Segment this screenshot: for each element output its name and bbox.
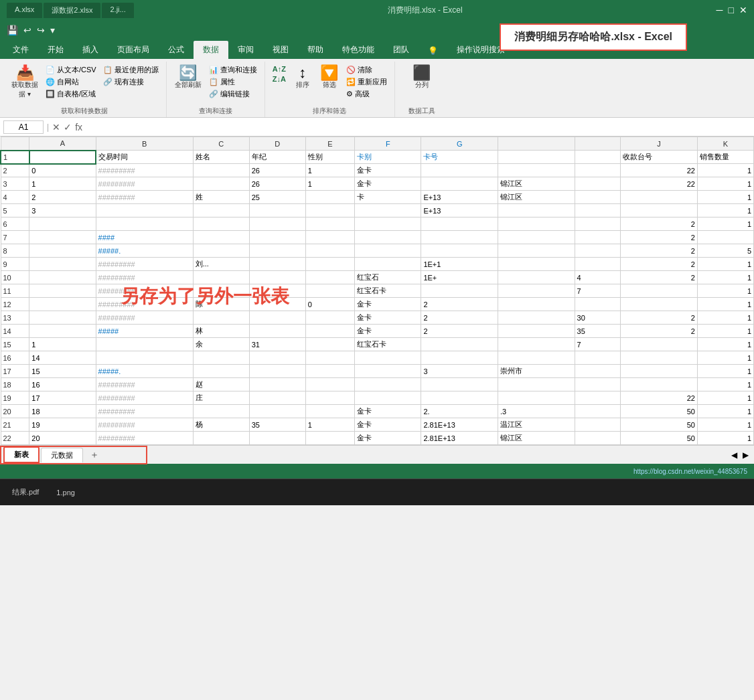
cell-h5[interactable] [498, 204, 575, 217]
cell-a11[interactable] [29, 284, 96, 298]
cell-b7[interactable]: #### [96, 231, 193, 244]
cell-k1[interactable]: 销售数量 [697, 151, 753, 164]
qa-dropdown[interactable]: ▾ [50, 25, 55, 35]
cell-a18[interactable]: 16 [29, 378, 96, 391]
cell-i15[interactable]: 7 [575, 338, 621, 351]
cell-c18[interactable]: 赵 [193, 378, 249, 391]
cell-h4[interactable]: 锦江区 [498, 191, 575, 204]
cell-k16[interactable]: 1 [697, 351, 753, 365]
cell-g19[interactable] [421, 391, 498, 405]
cell-g17[interactable]: 3 [421, 365, 498, 378]
cell-c14[interactable]: 林 [193, 325, 249, 338]
cell-f9[interactable] [355, 258, 421, 271]
cell-g5[interactable]: E+13 [421, 204, 498, 217]
cell-f21[interactable]: 金卡 [355, 418, 421, 432]
cell-b3[interactable]: ######### [96, 177, 193, 191]
cell-c7[interactable] [193, 231, 249, 244]
cell-d6[interactable] [249, 217, 305, 231]
cell-i6[interactable] [575, 217, 621, 231]
cell-a17[interactable]: 15 [29, 365, 96, 378]
tab-pagelayout[interactable]: 页面布局 [108, 41, 159, 59]
cell-j21[interactable]: 50 [621, 418, 698, 432]
tab-a-xlsx[interactable]: A.xlsx [7, 3, 42, 18]
tab-file[interactable]: 文件 [3, 41, 38, 59]
cell-f16[interactable] [355, 351, 421, 365]
row-header-14[interactable]: 14 [1, 325, 29, 338]
sheet-tab-rawdata[interactable]: 元数据 [41, 448, 83, 462]
cell-d8[interactable] [249, 244, 305, 258]
cell-e9[interactable] [305, 258, 354, 271]
cancel-formula-icon[interactable]: ✕ [52, 122, 60, 133]
cell-a20[interactable]: 18 [29, 405, 96, 418]
cell-f8[interactable] [355, 244, 421, 258]
cell-c10[interactable] [193, 271, 249, 284]
row-header-18[interactable]: 18 [1, 378, 29, 391]
row-header-3[interactable]: 3 [1, 177, 29, 191]
cell-e17[interactable] [305, 365, 354, 378]
cell-g20[interactable]: 2. [421, 405, 498, 418]
cell-j1[interactable]: 收款台号 [621, 151, 698, 164]
cell-c6[interactable] [193, 217, 249, 231]
cell-f3[interactable]: 金卡 [355, 177, 421, 191]
cell-i17[interactable] [575, 365, 621, 378]
cell-i22[interactable] [575, 432, 621, 445]
cell-b1[interactable]: 交易时间 [96, 151, 193, 164]
cell-g21[interactable]: 2.81E+13 [421, 418, 498, 432]
cell-h17[interactable]: 崇州市 [498, 365, 575, 378]
cell-b5[interactable] [96, 204, 193, 217]
cell-j2[interactable]: 22 [621, 164, 698, 177]
cell-i2[interactable] [575, 164, 621, 177]
col-header-h[interactable] [498, 137, 575, 151]
cell-k22[interactable]: 1 [697, 432, 753, 445]
row-header-15[interactable]: 15 [1, 338, 29, 351]
cell-i21[interactable] [575, 418, 621, 432]
cell-k3[interactable]: 1 [697, 177, 753, 191]
cell-c20[interactable] [193, 405, 249, 418]
cell-reference-input[interactable] [3, 120, 44, 134]
cell-h22[interactable]: 锦江区 [498, 432, 575, 445]
cell-k10[interactable]: 1 [697, 271, 753, 284]
cell-e20[interactable] [305, 405, 354, 418]
cell-k8[interactable]: 5 [697, 244, 753, 258]
cell-c2[interactable] [193, 164, 249, 177]
insert-formula-icon[interactable]: fx [75, 122, 82, 133]
filter-btn[interactable]: 🔽 筛选 [317, 64, 342, 91]
cell-j6[interactable]: 2 [621, 217, 698, 231]
cell-i19[interactable] [575, 391, 621, 405]
cell-g11[interactable] [421, 284, 498, 298]
row-header-4[interactable]: 4 [1, 191, 29, 204]
cell-e1[interactable]: 性别 [305, 151, 354, 164]
cell-i13[interactable]: 30 [575, 311, 621, 325]
cell-d15[interactable]: 31 [249, 338, 305, 351]
tab-2[interactable]: 2.ji... [102, 3, 133, 18]
cell-e19[interactable] [305, 391, 354, 405]
cell-d5[interactable] [249, 204, 305, 217]
cell-a3[interactable]: 1 [29, 177, 96, 191]
taskbar-item-png[interactable]: 1.png [51, 487, 80, 499]
cell-c8[interactable] [193, 244, 249, 258]
cell-j14[interactable]: 2 [621, 325, 698, 338]
cell-h18[interactable] [498, 378, 575, 391]
cell-h3[interactable]: 锦江区 [498, 177, 575, 191]
cell-h2[interactable] [498, 164, 575, 177]
cell-c15[interactable]: 余 [193, 338, 249, 351]
cell-i18[interactable] [575, 378, 621, 391]
cell-k14[interactable]: 1 [697, 325, 753, 338]
cell-g8[interactable] [421, 244, 498, 258]
scroll-left-btn[interactable]: ◀ [729, 448, 739, 462]
redo-qa-btn[interactable]: ↪ [37, 25, 45, 35]
tab-home[interactable]: 开始 [38, 41, 73, 59]
cell-b22[interactable]: ######### [96, 432, 193, 445]
cell-f2[interactable]: 金卡 [355, 164, 421, 177]
save-qa-btn[interactable]: 💾 [7, 25, 18, 35]
cell-d22[interactable] [249, 432, 305, 445]
cell-h10[interactable] [498, 271, 575, 284]
close-btn[interactable]: ✕ [739, 5, 747, 15]
row-header-13[interactable]: 13 [1, 311, 29, 325]
cell-b9[interactable]: ######### [96, 258, 193, 271]
cell-b18[interactable]: ######### [96, 378, 193, 391]
cell-f20[interactable]: 金卡 [355, 405, 421, 418]
cell-a22[interactable]: 20 [29, 432, 96, 445]
query-connection-btn[interactable]: 📊 查询和连接 [207, 64, 259, 76]
cell-f11[interactable]: 红宝石卡 [355, 284, 421, 298]
